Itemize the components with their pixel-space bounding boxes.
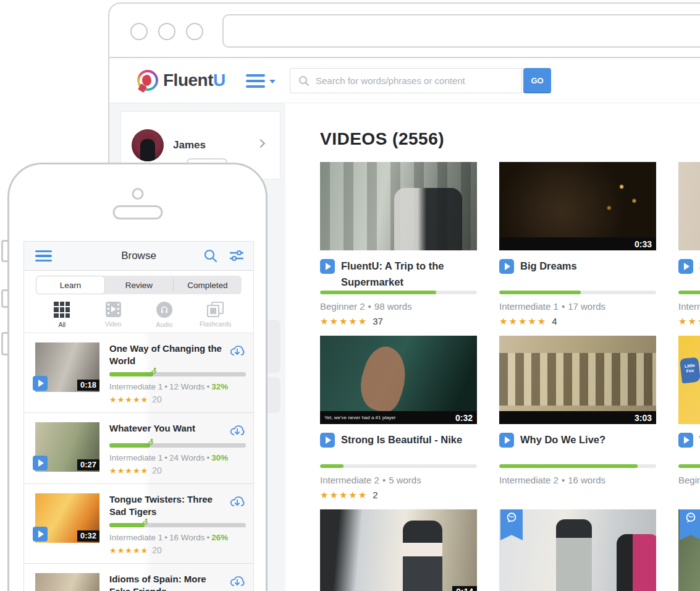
headphones-icon — [156, 302, 172, 318]
video-meta: Intermediate 2•16 words — [499, 475, 656, 485]
thumbnail-bottom-bar: Yet, we've never had a #1 player 0:32 — [320, 411, 477, 424]
play-icon[interactable] — [678, 433, 693, 448]
video-card[interactable]: 3:01 — [499, 509, 656, 591]
play-icon[interactable] — [33, 527, 48, 542]
video-list: 0:18 One Way of Changing the World Inter… — [24, 333, 253, 591]
video-thumbnail[interactable]: 3:01 — [499, 509, 656, 591]
filter-all[interactable]: All — [36, 302, 88, 328]
tab-completed[interactable]: Completed — [174, 276, 242, 294]
video-card[interactable]: 3:03 Why Do We Live? Intermediate 2•16 w… — [499, 336, 656, 501]
video-meta: Beginner — [678, 475, 700, 485]
progress-bar — [678, 291, 700, 294]
flashcards-icon — [207, 302, 224, 317]
window-control-maximize[interactable] — [186, 23, 203, 40]
main-menu-button[interactable] — [246, 74, 276, 88]
video-title: Strong Is Beautiful - Nike — [320, 432, 477, 448]
video-thumbnail[interactable]: 0:33 — [499, 162, 656, 250]
browser-chrome — [109, 4, 700, 58]
search-box — [290, 68, 522, 93]
caret-down-icon — [269, 80, 276, 83]
chevron-right-icon — [256, 139, 265, 148]
play-icon[interactable] — [320, 259, 335, 274]
segmented-control: Learn Review Completed — [36, 276, 242, 294]
site-header: FluentU GO — [109, 58, 700, 103]
window-control-minimize[interactable] — [158, 23, 175, 40]
video-meta: Beginner 2•98 words — [320, 301, 477, 312]
download-cloud-icon[interactable] — [229, 343, 246, 358]
video-thumbnail[interactable]: Little Fox — [678, 336, 700, 424]
page-title: VIDEOS (2556) — [320, 129, 700, 149]
video-icon — [106, 302, 121, 317]
duration-badge: 3:03 — [635, 413, 652, 423]
video-card[interactable] — [678, 509, 700, 591]
video-title: Whatever You Want — [109, 422, 224, 438]
search-input[interactable] — [316, 75, 501, 86]
video-thumbnail[interactable]: 0:32 — [35, 493, 99, 543]
list-item[interactable]: 0:32 Tongue Twisters: Three Sad Tigers I… — [24, 484, 253, 564]
play-icon[interactable] — [320, 433, 335, 448]
avatar — [132, 129, 164, 161]
download-cloud-icon[interactable] — [229, 494, 246, 509]
download-cloud-icon[interactable] — [229, 574, 246, 589]
phone-mockup: Browse Learn Review Completed All Video — [7, 163, 268, 591]
runner-icon — [149, 367, 158, 376]
video-thumbnail[interactable]: 0:14 — [320, 509, 477, 591]
duration-badge: 0:18 — [77, 380, 99, 391]
video-thumbnail[interactable] — [678, 162, 700, 250]
runner-icon — [146, 438, 154, 448]
star-rating: ★★★★★20 — [109, 466, 246, 475]
video-card[interactable]: 3 Intermediate 1 ★★★★★ — [678, 162, 700, 327]
video-meta: Intermediate 1•17 words — [499, 301, 656, 312]
search-icon[interactable] — [204, 249, 217, 263]
video-card[interactable]: FluentU: A Trip to the Supermarket Begin… — [320, 162, 477, 327]
tab-review[interactable]: Review — [105, 276, 173, 294]
list-item[interactable]: 0:18 One Way of Changing the World Inter… — [24, 333, 253, 413]
video-thumbnail[interactable]: 0:18 — [35, 342, 99, 392]
star-rating: ★★★★★37 — [320, 316, 477, 327]
video-thumbnail[interactable]: 3:03 — [499, 336, 656, 424]
play-icon[interactable] — [499, 259, 514, 274]
window-control-close[interactable] — [130, 23, 148, 40]
fluentu-logo[interactable]: FluentU — [137, 70, 226, 91]
duration-badge: 0:33 — [635, 239, 652, 249]
logo-text: FluentU — [163, 70, 226, 90]
video-thumbnail[interactable] — [320, 162, 477, 250]
list-item[interactable]: 0:27 Whatever You Want Intermediate 1•24… — [24, 413, 253, 484]
progress-bar — [320, 291, 477, 294]
content-area: VIDEOS (2556) FluentU: A Trip to the Sup… — [285, 103, 700, 591]
phone-speaker — [112, 205, 162, 219]
video-thumbnail[interactable]: 0:27 — [35, 422, 99, 472]
play-icon[interactable] — [678, 259, 693, 274]
duration-badge: 0:32 — [77, 530, 99, 542]
phone-nav-bar: Browse — [24, 242, 253, 271]
fluentu-ribbon-badge — [680, 509, 700, 540]
video-thumbnail[interactable] — [678, 509, 700, 591]
filter-flashcards[interactable]: Flashcards — [190, 302, 241, 328]
download-cloud-icon[interactable] — [229, 423, 246, 438]
address-bar[interactable] — [222, 14, 700, 48]
video-title: Idioms of Spain: More Fake Friends — [109, 573, 224, 591]
video-thumbnail[interactable]: Yet, we've never had a #1 player 0:32 — [320, 336, 477, 424]
hamburger-icon — [246, 74, 265, 88]
video-thumbnail[interactable]: 0:18 — [35, 573, 99, 591]
video-card[interactable]: Little Fox W Beginner — [678, 336, 700, 501]
star-rating: ★★★★★20 — [109, 545, 246, 555]
play-icon[interactable] — [33, 376, 48, 391]
filter-video[interactable]: Video — [88, 302, 139, 328]
video-card[interactable]: 0:33 Big Dreams Intermediate 1•17 words … — [499, 162, 656, 327]
play-icon[interactable] — [499, 433, 514, 448]
filter-audio[interactable]: Audio — [139, 302, 190, 328]
list-item[interactable]: 0:18 Idioms of Spain: More Fake Friends … — [24, 564, 253, 591]
filter-sliders-icon[interactable] — [229, 249, 245, 263]
duration-badge: 0:32 — [455, 413, 473, 423]
search-icon — [298, 75, 310, 87]
video-meta: Intermediate 1•12 Words•32% — [109, 382, 246, 391]
runner-icon — [140, 518, 149, 527]
phone-screen: Browse Learn Review Completed All Video — [23, 241, 254, 591]
video-card[interactable]: Yet, we've never had a #1 player 0:32 St… — [320, 336, 477, 501]
play-icon[interactable] — [33, 456, 48, 470]
video-card[interactable]: 0:14 — [320, 509, 477, 591]
tab-learn[interactable]: Learn — [36, 276, 105, 294]
go-button[interactable]: GO — [523, 68, 551, 93]
video-title: Big Dreams — [499, 258, 656, 274]
